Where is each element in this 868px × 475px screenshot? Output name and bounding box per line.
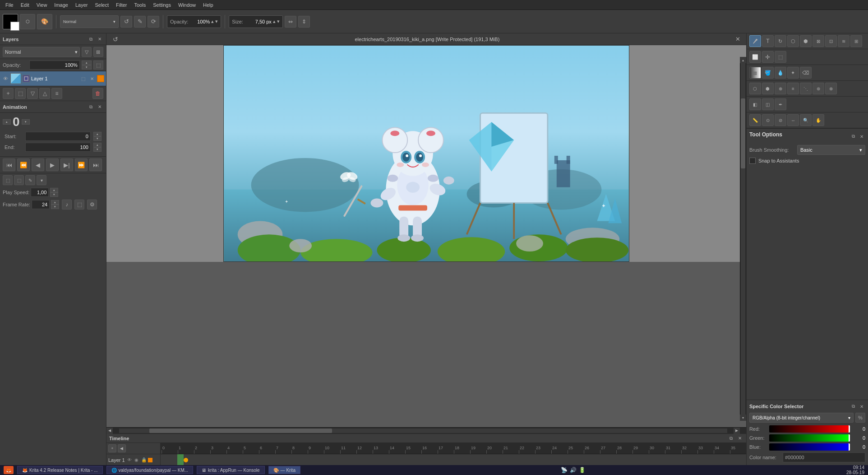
timeline-add-layer-btn[interactable]: +: [108, 444, 116, 452]
tool-smart-patch[interactable]: ⊞: [850, 35, 862, 47]
tool-magnetic-select[interactable]: ⊛: [813, 83, 824, 94]
frame-rate-down[interactable]: ▾: [51, 205, 59, 209]
tool-smart-fill[interactable]: ✦: [787, 67, 799, 79]
layer-mode-dropdown[interactable]: Normal ▾: [3, 47, 80, 57]
tool-crop[interactable]: ⬚: [775, 51, 786, 63]
playback-to-end-btn[interactable]: ⏭: [89, 158, 102, 171]
playback-prev-frame-btn[interactable]: ◀: [32, 158, 44, 171]
opacity-input[interactable]: [189, 19, 210, 24]
anim-dup-btn[interactable]: ⬚: [14, 175, 24, 185]
layers-close-btn[interactable]: ✕: [96, 36, 103, 43]
reset-brush-btn[interactable]: ↺: [120, 16, 132, 28]
timeline-onion-icon[interactable]: ◉: [134, 457, 140, 463]
color-selector-close-btn[interactable]: ✕: [858, 403, 865, 410]
playback-play-btn[interactable]: ▶: [46, 158, 59, 171]
red-slider[interactable]: [769, 425, 850, 433]
mirror-v-btn[interactable]: ⇕: [298, 16, 310, 28]
timeline-close-btn[interactable]: ✕: [736, 435, 743, 442]
menu-edit[interactable]: Edit: [17, 1, 33, 9]
color-format-dropdown[interactable]: RGB/Alpha (8-bit integer/channel) ▾: [749, 413, 854, 423]
taskbar-item-krita-main[interactable]: 🎨 — Krita: [268, 466, 300, 474]
tool-text[interactable]: T: [762, 35, 774, 47]
menu-settings[interactable]: Settings: [149, 1, 175, 9]
timeline-frames-row[interactable]: [161, 454, 746, 466]
play-speed-up[interactable]: ▴: [50, 188, 58, 192]
canvas-vscroll[interactable]: ▴ ▾: [740, 57, 746, 421]
tool-ruler[interactable]: 📏: [749, 114, 761, 126]
layer-filter-btn[interactable]: ▽: [82, 47, 92, 57]
tool-freeform-transform[interactable]: ⬡: [787, 35, 799, 47]
tray-battery-icon[interactable]: 🔋: [579, 466, 586, 474]
tool-zoom[interactable]: 🔍: [800, 114, 812, 126]
canvas-hscroll-track[interactable]: [119, 428, 727, 433]
size-input[interactable]: [245, 19, 272, 24]
canvas-vscroll-thumb[interactable]: [741, 98, 745, 169]
layer-props-btn[interactable]: ≡: [51, 88, 62, 99]
color-picker-btn[interactable]: 🎨: [37, 14, 52, 29]
canvas-vscroll-down[interactable]: ▾: [740, 414, 746, 421]
anim-float-btn[interactable]: ⧉: [88, 103, 95, 111]
canvas-hscroll-right[interactable]: ▶: [734, 428, 740, 434]
tool-perspective[interactable]: ⬢: [800, 35, 812, 47]
brush-smoothing-dropdown[interactable]: Basic ▾: [797, 145, 865, 155]
layer-collapse-btn[interactable]: ▽: [27, 88, 38, 99]
tool-path-select[interactable]: ⊗: [825, 83, 837, 94]
anim-settings-btn[interactable]: ⚙: [87, 200, 97, 210]
layer-delete-btn[interactable]: 🗑: [92, 88, 103, 99]
canvas-scroll-icon[interactable]: ↺: [110, 34, 121, 45]
canvas-hscroll-left[interactable]: ◀: [106, 428, 113, 434]
tool-pan[interactable]: ✋: [813, 114, 824, 126]
layer-eye-icon[interactable]: 👁: [2, 75, 9, 82]
timeline-eye-icon[interactable]: 👁: [126, 457, 133, 463]
tool-ellipse-ruler[interactable]: ⊙: [762, 114, 774, 126]
layers-float-btn[interactable]: ⧉: [88, 36, 95, 43]
taskbar-item-paypal[interactable]: 🌐 valdyas/foundation/paypal — KM...: [106, 466, 194, 474]
tool-similar-select[interactable]: ≡: [787, 83, 799, 94]
anim-close-btn[interactable]: ✕: [96, 103, 103, 111]
refresh-btn[interactable]: ⟳: [148, 16, 159, 28]
canvas-hscroll[interactable]: ◀ ▶: [106, 427, 746, 433]
timeline-lock-icon[interactable]: 🔒: [141, 457, 147, 463]
playback-next-key-btn[interactable]: ⏩: [75, 158, 88, 171]
tool-measure[interactable]: ↔: [787, 114, 799, 126]
edit-brush-btn[interactable]: ✎: [134, 16, 146, 28]
opacity-stepper-down[interactable]: ▾: [215, 19, 218, 24]
tool-eraser[interactable]: ⌫: [800, 67, 812, 79]
playback-next-frame-btn[interactable]: ▶|: [60, 158, 73, 171]
tool-assistant[interactable]: ⊘: [775, 114, 786, 126]
tool-warp[interactable]: ⊠: [813, 35, 824, 47]
tool-paint-brush[interactable]: [749, 35, 761, 47]
anim-chevron-btn[interactable]: ▾: [37, 175, 46, 185]
tool-move[interactable]: ✛: [762, 51, 774, 63]
layer-add-btn[interactable]: +: [3, 88, 14, 99]
anim-end-down[interactable]: ▾: [93, 147, 102, 152]
tool-fill[interactable]: 🪣: [762, 67, 774, 79]
timeline-color-icon[interactable]: [148, 458, 152, 462]
tool-poly-select[interactable]: ⬡: [749, 83, 761, 94]
tray-network-icon[interactable]: 📡: [561, 466, 568, 474]
color-selector-float-btn[interactable]: ⧉: [850, 403, 857, 410]
menu-help[interactable]: Help: [199, 1, 217, 9]
tool-eyedropper[interactable]: 💧: [775, 67, 786, 79]
taskbar-item-krita-notes[interactable]: 🦊 Krita 4.2 Release Notes | Krita - ...: [17, 466, 103, 474]
menu-tools[interactable]: Tools: [131, 1, 150, 9]
anim-add-layer-btn[interactable]: ⬚: [3, 175, 13, 185]
canvas-vscroll-track[interactable]: [741, 63, 745, 414]
color-percent-btn[interactable]: %: [855, 413, 865, 423]
menu-file[interactable]: File: [2, 1, 17, 9]
timeline-toggle-btn[interactable]: ◀: [118, 444, 126, 452]
tool-vector-select[interactable]: ◧: [749, 98, 761, 110]
anim-frame-down-btn[interactable]: ▾: [22, 119, 30, 125]
tool-free-select[interactable]: ⬢: [762, 83, 774, 94]
anim-end-up[interactable]: ▴: [93, 143, 102, 147]
opacity-stepper-up[interactable]: ▴: [211, 19, 214, 24]
tool-options-close-btn[interactable]: ✕: [858, 133, 865, 140]
layer-action-btn2[interactable]: ✕: [88, 75, 96, 82]
tool-rect-select[interactable]: ⬜: [749, 51, 761, 63]
anim-auto-btn[interactable]: ✎: [25, 175, 35, 185]
playback-to-start-btn[interactable]: ⏮: [3, 158, 15, 171]
playback-prev-key-btn[interactable]: ⏪: [17, 158, 30, 171]
tray-volume-icon[interactable]: 🔊: [570, 466, 577, 474]
anim-start-up[interactable]: ▴: [93, 132, 102, 136]
anim-record-btn[interactable]: ⬚: [74, 200, 84, 210]
